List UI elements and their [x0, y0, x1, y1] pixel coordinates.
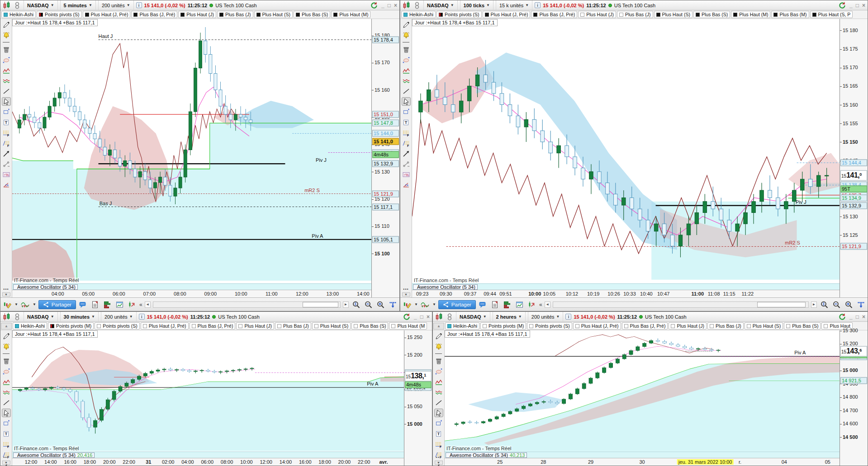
- waves-tool-icon[interactable]: [2, 76, 11, 85]
- order-chart-icon[interactable]: [127, 300, 137, 310]
- indicator-button[interactable]: Plus Bas (M): [771, 11, 809, 18]
- maximize-button[interactable]: □: [420, 314, 423, 320]
- scroll-down-icon[interactable]: ▼: [435, 461, 443, 465]
- segment-tool-icon[interactable]: [402, 160, 411, 168]
- indicator-button[interactable]: Heikin-Ashi: [401, 11, 436, 18]
- text-tool-icon[interactable]: T: [402, 118, 411, 127]
- cursor-ruler-icon[interactable]: [856, 300, 866, 310]
- chevron-down-icon[interactable]: ▼: [432, 302, 436, 306]
- zigzag-tool-icon[interactable]: [402, 66, 411, 75]
- collapse-left-icon[interactable]: «: [139, 301, 142, 308]
- trash-icon[interactable]: [402, 45, 411, 54]
- indicator-button[interactable]: Plus Haut (S): [254, 11, 293, 18]
- chart-style-icon[interactable]: [402, 300, 412, 310]
- chevron-down-icon[interactable]: ▼: [33, 302, 36, 306]
- waves-tool-icon[interactable]: [434, 388, 443, 396]
- maximize-button[interactable]: □: [856, 2, 859, 9]
- market-depth-icon[interactable]: [503, 300, 512, 310]
- close-button[interactable]: ×: [862, 314, 865, 320]
- trash-icon[interactable]: [2, 45, 11, 54]
- scroll-left-icon[interactable]: ◄: [545, 301, 550, 308]
- indicator-button[interactable]: Plus Bas (J): [617, 11, 653, 18]
- more-tools-icon[interactable]: •••: [3, 455, 9, 460]
- order-chart-icon[interactable]: [527, 300, 537, 310]
- text-tool-icon[interactable]: T: [2, 118, 11, 127]
- window-chart-icon[interactable]: [115, 300, 125, 310]
- minimize-button[interactable]: _: [849, 2, 853, 9]
- trendline-tool-icon[interactable]: [434, 398, 443, 407]
- time-scrollbar[interactable]: [553, 301, 809, 308]
- indicator-button[interactable]: Plus Haut (S, P: [810, 11, 853, 18]
- link-windows-icon[interactable]: [13, 313, 21, 320]
- text-tool-icon[interactable]: T: [2, 429, 11, 438]
- collapse-row-button[interactable]: ▲: [433, 323, 444, 329]
- chat-bubble-icon[interactable]: [478, 300, 488, 310]
- trendline-tool-icon[interactable]: [2, 398, 11, 407]
- fibonacci-tool-icon[interactable]: F: [2, 128, 11, 137]
- oscillator-label[interactable]: Awesome Oscillator (5 34)20,416: [13, 452, 95, 458]
- indicator-button[interactable]: Points pivots (S): [527, 322, 572, 329]
- indicator-button[interactable]: Plus Haut (S): [745, 322, 783, 329]
- cursor-tool-icon[interactable]: [2, 97, 11, 106]
- indicator-button[interactable]: Heikin-Ashi: [1, 11, 36, 18]
- more-tools-icon[interactable]: •••: [436, 455, 441, 460]
- timeframe-dropdown[interactable]: 2 heures▼: [493, 312, 526, 321]
- text-tool-icon[interactable]: T: [434, 429, 443, 438]
- price-axis[interactable]: 15 18015 17015 16015 15015 14015 13015 1…: [371, 19, 399, 297]
- fibonacci-fan-tool-icon[interactable]: F: [402, 139, 411, 147]
- indicator-button[interactable]: Plus Haut (M): [731, 11, 770, 18]
- indicator-button[interactable]: Plus Bas (J): [275, 322, 311, 329]
- units-dropdown[interactable]: 200 unités▼: [101, 312, 137, 321]
- indicator-button[interactable]: Plus Haut (J, Pré): [483, 11, 531, 18]
- minimize-button[interactable]: _: [849, 314, 853, 320]
- zoom-out-icon[interactable]: [831, 300, 841, 310]
- indicator-button[interactable]: Points pivots (M): [480, 322, 526, 329]
- price-chart[interactable]: Piv AJour :+Haut 15 178,4 +Bas 15 117,1I…: [12, 330, 404, 452]
- refresh-icon[interactable]: [838, 2, 846, 9]
- angle-tool-icon[interactable]: a: [402, 180, 411, 189]
- indicator-button[interactable]: Heikin-Ashi: [13, 322, 47, 329]
- zoom-custom-icon[interactable]: [819, 300, 829, 310]
- zigzag-tool-icon[interactable]: [2, 377, 11, 386]
- scroll-down-icon[interactable]: ▼: [2, 461, 10, 465]
- indicator-button[interactable]: Points pivots (S): [436, 11, 481, 18]
- price-axis[interactable]: 15 30015 20015 10015 00014 90014 80014 7…: [840, 330, 868, 466]
- units-dropdown[interactable]: 200 unités▼: [98, 0, 134, 10]
- scroll-left-icon[interactable]: ◄: [145, 301, 151, 308]
- indicator-button[interactable]: Plus Haut (J): [236, 322, 274, 329]
- rectangle-tool-icon[interactable]: [402, 108, 411, 116]
- pencil-tool-icon[interactable]: [434, 332, 443, 340]
- percent-change-tool-icon[interactable]: ↑%: [2, 170, 11, 179]
- alert-bell-icon[interactable]: [402, 31, 411, 39]
- refresh-icon[interactable]: [838, 313, 846, 320]
- zoom-out-icon[interactable]: [363, 300, 373, 310]
- indicator-button[interactable]: Points pivots (S): [37, 11, 81, 18]
- timeframe-dropdown[interactable]: 5 minutes▼: [60, 0, 96, 10]
- close-button[interactable]: ×: [427, 314, 430, 320]
- indicator-style-icon[interactable]: [20, 300, 30, 310]
- indicator-button[interactable]: Plus Bas (J): [217, 11, 253, 18]
- timeframe-dropdown[interactable]: 30 minutes▼: [60, 312, 99, 321]
- indicator-button[interactable]: Plus Bas (J, Pré): [131, 11, 177, 18]
- news-document-icon[interactable]: [490, 300, 500, 310]
- indicator-button[interactable]: Heikin-Ashi: [445, 322, 479, 329]
- fibonacci-tool-icon[interactable]: F: [2, 440, 11, 448]
- units-dropdown[interactable]: 15 k unités▼: [496, 0, 532, 10]
- price-axis[interactable]: 15 18015 17515 17015 16515 16015 15515 1…: [840, 19, 868, 297]
- ellipse-tool-icon[interactable]: [434, 367, 443, 376]
- segment-tool-icon[interactable]: [2, 160, 11, 168]
- timeframe-dropdown[interactable]: 100 ticks▼: [460, 0, 493, 10]
- chat-bubble-icon[interactable]: [78, 300, 88, 310]
- more-tools-icon[interactable]: •••: [403, 287, 408, 292]
- oscillator-label[interactable]: Awesome Oscillator (5 34): [13, 284, 78, 290]
- pencil-tool-icon[interactable]: [2, 332, 11, 340]
- indicator-button[interactable]: Plus Bas (J, Pré): [531, 11, 577, 18]
- indicator-button[interactable]: Plus Bas (S): [693, 11, 730, 18]
- maximize-button[interactable]: □: [856, 314, 859, 320]
- link-windows-icon[interactable]: [446, 313, 454, 320]
- alert-bell-icon[interactable]: [2, 31, 11, 39]
- symbol-dropdown[interactable]: NASDAQ▼: [24, 312, 58, 321]
- indicator-button[interactable]: Plus Haut (S): [654, 11, 693, 18]
- rectangle-tool-icon[interactable]: [2, 419, 11, 428]
- arrow-tool-icon[interactable]: [402, 149, 411, 158]
